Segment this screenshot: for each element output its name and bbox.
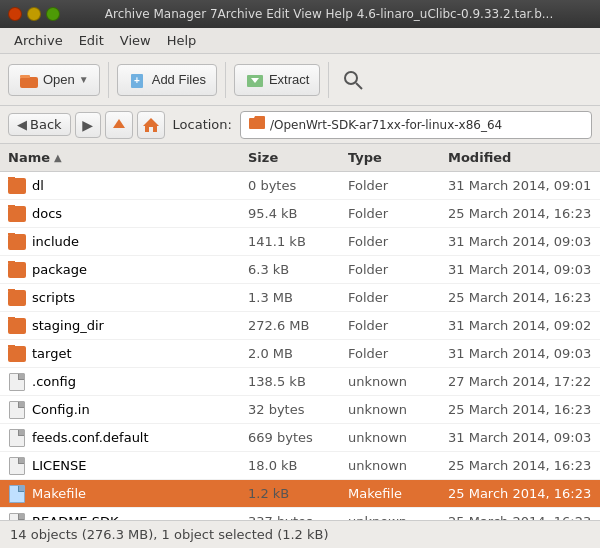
file-type: unknown [344,458,444,473]
filelist-body[interactable]: dl 0 bytes Folder 31 March 2014, 09:01 d… [0,172,600,520]
table-row[interactable]: target 2.0 MB Folder 31 March 2014, 09:0… [0,340,600,368]
search-button[interactable] [337,64,369,96]
file-type: Folder [344,262,444,277]
table-row[interactable]: staging_dir 272.6 MB Folder 31 March 201… [0,312,600,340]
svg-rect-2 [20,75,30,78]
file-name: target [4,345,244,363]
file-modified: 31 March 2014, 09:01 [444,178,596,193]
location-path: /OpenWrt-SDK-ar71xx-for-linux-x86_64 [270,118,502,132]
filelist-header: Name ▲ Size Type Modified [0,144,600,172]
file-icon [9,373,25,391]
table-row[interactable]: .config 138.5 kB unknown 27 March 2014, … [0,368,600,396]
file-type: unknown [344,374,444,389]
table-row[interactable]: LICENSE 18.0 kB unknown 25 March 2014, 1… [0,452,600,480]
titlebar-title: Archive Manager 7Archive Edit View Help … [66,7,592,21]
file-icon [9,513,25,521]
file-size: 18.0 kB [244,458,344,473]
file-size: 669 bytes [244,430,344,445]
file-name: package [4,261,244,279]
file-modified: 25 March 2014, 16:23 [444,458,596,473]
table-row[interactable]: README.SDK 337 bytes unknown 25 March 20… [0,508,600,520]
add-files-button[interactable]: + Add Files [117,64,217,96]
table-row[interactable]: Config.in 32 bytes unknown 25 March 2014… [0,396,600,424]
open-icon [19,70,39,90]
file-type: Folder [344,234,444,249]
location-bar[interactable]: /OpenWrt-SDK-ar71xx-for-linux-x86_64 [240,111,592,139]
menu-edit[interactable]: Edit [71,30,112,51]
forward-button[interactable]: ▶ [75,112,101,138]
table-row[interactable]: include 141.1 kB Folder 31 March 2014, 0… [0,228,600,256]
open-button[interactable]: Open ▼ [8,64,100,96]
table-row[interactable]: Makefile 1.2 kB Makefile 25 March 2014, … [0,480,600,508]
file-size: 337 bytes [244,514,344,520]
table-row[interactable]: package 6.3 kB Folder 31 March 2014, 09:… [0,256,600,284]
col-header-size[interactable]: Size [244,150,344,165]
status-text: 14 objects (276.3 MB), 1 object selected… [10,527,329,542]
folder-icon [8,262,26,278]
home-button[interactable] [137,111,165,139]
svg-rect-1 [20,77,38,88]
file-type: Folder [344,318,444,333]
col-header-type[interactable]: Type [344,150,444,165]
location-folder-icon [249,116,265,133]
file-name: dl [4,177,244,195]
file-type: unknown [344,430,444,445]
makefile-icon [9,485,25,503]
folder-icon [8,206,26,222]
col-header-name[interactable]: Name ▲ [4,150,244,165]
file-modified: 31 March 2014, 09:02 [444,318,596,333]
file-list-container: Name ▲ Size Type Modified dl 0 bytes Fol… [0,144,600,520]
file-size: 141.1 kB [244,234,344,249]
table-row[interactable]: feeds.conf.default 669 bytes unknown 31 … [0,424,600,452]
file-name: Makefile [4,485,244,503]
extract-button[interactable]: Extract [234,64,320,96]
home-icon [142,116,160,134]
close-button[interactable] [8,7,22,21]
file-type: unknown [344,402,444,417]
extract-icon [245,70,265,90]
folder-icon [8,290,26,306]
file-name: feeds.conf.default [4,429,244,447]
file-size: 138.5 kB [244,374,344,389]
titlebar: Archive Manager 7Archive Edit View Help … [0,0,600,28]
menu-view[interactable]: View [112,30,159,51]
open-dropdown-arrow[interactable]: ▼ [79,74,89,85]
file-size: 2.0 MB [244,346,344,361]
col-header-modified[interactable]: Modified [444,150,596,165]
file-name: include [4,233,244,251]
back-button[interactable]: ◀ Back [8,113,71,136]
file-name: scripts [4,289,244,307]
file-name: LICENSE [4,457,244,475]
file-icon [9,457,25,475]
file-type: Folder [344,290,444,305]
file-modified: 25 March 2014, 16:23 [444,486,596,501]
table-row[interactable]: scripts 1.3 MB Folder 25 March 2014, 16:… [0,284,600,312]
up-arrow-icon [110,116,128,134]
file-name: staging_dir [4,317,244,335]
menu-help[interactable]: Help [159,30,205,51]
forward-arrow-icon: ▶ [82,117,93,133]
file-name: .config [4,373,244,391]
maximize-button[interactable] [46,7,60,21]
file-type: unknown [344,514,444,520]
table-row[interactable]: docs 95.4 kB Folder 25 March 2014, 16:23 [0,200,600,228]
file-modified: 31 March 2014, 09:03 [444,346,596,361]
file-modified: 25 March 2014, 16:23 [444,514,596,520]
add-files-icon: + [128,70,148,90]
file-modified: 31 March 2014, 09:03 [444,234,596,249]
up-button[interactable] [105,111,133,139]
table-row[interactable]: dl 0 bytes Folder 31 March 2014, 09:01 [0,172,600,200]
file-modified: 31 March 2014, 09:03 [444,430,596,445]
sort-arrow: ▲ [54,152,62,163]
file-name: README.SDK [4,513,244,521]
navbar: ◀ Back ▶ Location: /OpenWrt-SDK-ar71xx-f… [0,106,600,144]
file-size: 1.2 kB [244,486,344,501]
file-icon [9,401,25,419]
file-name: Config.in [4,401,244,419]
file-size: 1.3 MB [244,290,344,305]
svg-marker-9 [113,119,125,128]
file-size: 0 bytes [244,178,344,193]
file-modified: 25 March 2014, 16:23 [444,206,596,221]
minimize-button[interactable] [27,7,41,21]
menu-archive[interactable]: Archive [6,30,71,51]
